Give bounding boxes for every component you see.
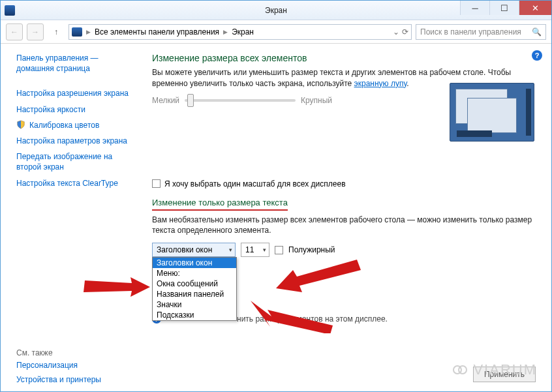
sidebar: Панель управления — домашняя страница На…: [1, 44, 138, 391]
text-size-paragraph: Вам необязательно изменять размер всех э…: [152, 215, 537, 237]
heading-text-size: Изменение только размера текста: [152, 198, 288, 211]
chevron-right-icon: ▶: [222, 29, 229, 35]
up-button[interactable]: ↑: [48, 23, 65, 40]
dropdown-icon[interactable]: ⌄: [393, 27, 399, 37]
main-content: ? Изменение размера всех элементов Вы мо…: [138, 44, 551, 391]
app-icon: [5, 5, 15, 16]
sidebar-link-cleartype[interactable]: Настройка текста ClearType: [16, 178, 131, 188]
back-button[interactable]: ←: [6, 23, 23, 40]
folder-icon: [72, 27, 82, 37]
chevron-down-icon: ▾: [263, 247, 266, 253]
chevron-down-icon: ▾: [229, 247, 232, 253]
sidebar-link-personalization[interactable]: Персонализация: [16, 360, 131, 370]
one-scale-checkbox[interactable]: [152, 179, 161, 188]
element-dropdown[interactable]: Заголовки оконМеню:Окна сообщенийНазвани…: [152, 257, 237, 321]
chevron-right-icon: ▶: [85, 29, 92, 35]
dropdown-option[interactable]: Значки: [153, 299, 236, 310]
sidebar-link-resolution[interactable]: Настройка разрешения экрана: [16, 88, 131, 98]
maximize-button[interactable]: ☐: [489, 1, 519, 15]
minimize-button[interactable]: ─: [460, 1, 489, 15]
preview-image: [450, 83, 534, 142]
shield-icon: [16, 120, 25, 129]
apply-button[interactable]: Применить: [473, 367, 536, 382]
one-scale-label: Я хочу выбрать один масштаб для всех дис…: [164, 179, 346, 188]
dropdown-option[interactable]: Подсказки: [153, 310, 236, 320]
search-input[interactable]: Поиск в панели управления 🔍: [416, 24, 546, 40]
sidebar-link-brightness[interactable]: Настройка яркости: [16, 104, 131, 115]
slider-large-label: Крупный: [301, 96, 332, 105]
size-slider[interactable]: [185, 99, 296, 102]
breadcrumb-leaf[interactable]: Экран: [229, 27, 256, 37]
window-title: Экран: [265, 6, 287, 15]
help-icon[interactable]: ?: [532, 50, 542, 61]
dropdown-option[interactable]: Меню:: [153, 268, 236, 279]
search-icon: 🔍: [532, 27, 542, 37]
slider-thumb[interactable]: [187, 94, 194, 107]
close-button[interactable]: ✕: [519, 1, 551, 15]
control-panel-home[interactable]: Панель управления — домашняя страница: [16, 53, 131, 74]
bold-label: Полужирный: [288, 245, 335, 254]
dropdown-option[interactable]: Заголовки окон: [153, 258, 236, 268]
element-select[interactable]: Заголовки окон ▾: [152, 243, 236, 257]
sidebar-link-devices[interactable]: Устройства и принтеры: [16, 374, 131, 385]
refresh-icon[interactable]: ⟳: [402, 27, 408, 37]
slider-small-label: Мелкий: [152, 96, 179, 105]
breadcrumb-root[interactable]: Все элементы панели управления: [92, 27, 222, 37]
search-placeholder: Поиск в панели управления: [420, 27, 521, 37]
font-size-select[interactable]: 11 ▾: [241, 243, 269, 257]
dropdown-option[interactable]: Названия панелей: [153, 289, 236, 299]
dropdown-option[interactable]: Окна сообщений: [153, 279, 236, 289]
heading-resize-all: Изменение размера всех элементов: [152, 53, 537, 63]
see-also-label: См. также: [16, 348, 131, 357]
sidebar-link-project[interactable]: Передать изображение на второй экран: [16, 151, 131, 172]
magnifier-link[interactable]: экранную лупу: [354, 79, 407, 88]
sidebar-link-display-params[interactable]: Настройка параметров экрана: [16, 136, 131, 146]
bold-checkbox[interactable]: [275, 246, 283, 254]
forward-button[interactable]: →: [27, 23, 44, 40]
titlebar: Экран ─ ☐ ✕: [1, 1, 551, 20]
address-bar[interactable]: ▶ Все элементы панели управления ▶ Экран…: [69, 24, 412, 40]
toolbar: ← → ↑ ▶ Все элементы панели управления ▶…: [1, 20, 551, 44]
sidebar-link-calibrate[interactable]: Калибровка цветов: [16, 120, 131, 130]
